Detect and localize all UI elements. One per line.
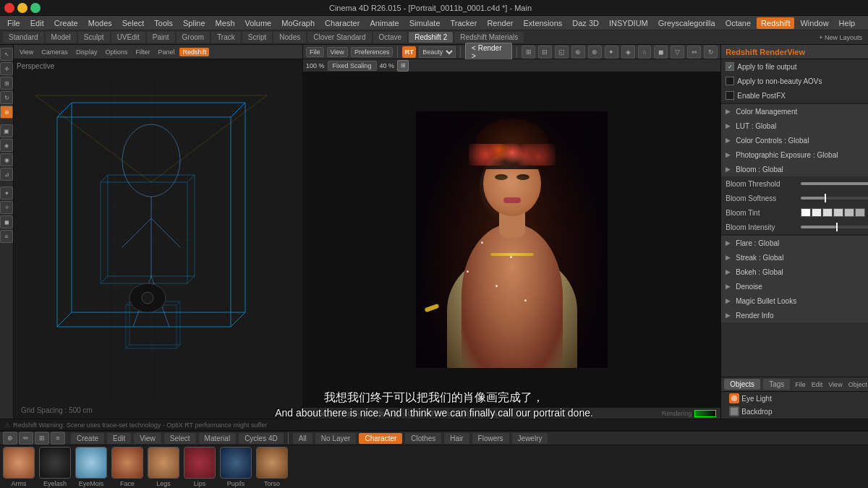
tool-6[interactable]: ⟡ bbox=[0, 201, 13, 214]
mat-pupils[interactable]: Pupils bbox=[220, 447, 252, 487]
vp-view-btn[interactable]: View bbox=[17, 48, 36, 56]
vp-filter-btn[interactable]: Filter bbox=[132, 48, 153, 56]
tab-clover-standard[interactable]: Clover Standard bbox=[307, 32, 371, 43]
render-icon-11[interactable]: ⇔ bbox=[687, 46, 701, 59]
maximize-button[interactable] bbox=[30, 3, 41, 13]
mat-filter-clothes[interactable]: Clothes bbox=[405, 433, 441, 444]
tab-redshift-materials[interactable]: Redshift Materials bbox=[454, 32, 524, 43]
menu-extensions[interactable]: Extensions bbox=[519, 17, 566, 29]
streak-expand[interactable]: ▶ bbox=[726, 254, 733, 261]
menu-edit[interactable]: Edit bbox=[26, 17, 48, 29]
menu-spline[interactable]: Spline bbox=[179, 17, 210, 29]
tool-8[interactable]: ≡ bbox=[0, 230, 13, 243]
render-icon-1[interactable]: ⊞ bbox=[522, 46, 535, 59]
obj-object-btn[interactable]: Object bbox=[846, 380, 868, 389]
tab-model[interactable]: Model bbox=[46, 32, 77, 43]
menu-tracker[interactable]: Tracker bbox=[446, 17, 482, 29]
menu-mesh[interactable]: Mesh bbox=[211, 17, 239, 29]
tint-swatch-4[interactable] bbox=[833, 208, 843, 217]
bokeh-expand[interactable]: ▶ bbox=[726, 268, 733, 275]
magic-bullet-expand[interactable]: ▶ bbox=[726, 297, 733, 304]
vp-redshift-btn[interactable]: Redshift bbox=[179, 48, 209, 56]
menu-character[interactable]: Character bbox=[320, 17, 364, 29]
color-management-row[interactable]: ▶ Color Management ✓ bbox=[721, 104, 868, 119]
tab-nodes[interactable]: Nodes bbox=[273, 32, 306, 43]
color-mgmt-expand[interactable]: ▶ bbox=[726, 108, 733, 115]
render-button[interactable]: < Render > bbox=[465, 43, 512, 61]
tool-5[interactable]: ✦ bbox=[0, 187, 13, 200]
menu-create[interactable]: Create bbox=[50, 17, 82, 29]
bloom-threshold-track[interactable] bbox=[801, 182, 868, 185]
mat-eyemois[interactable]: EyeMois bbox=[75, 447, 107, 487]
tab-script[interactable]: Script bbox=[242, 32, 273, 43]
mat-icon-4[interactable]: ≡ bbox=[51, 432, 65, 445]
menu-daz3d[interactable]: Daz 3D bbox=[568, 17, 603, 29]
menu-render[interactable]: Render bbox=[482, 17, 517, 29]
color-ctrl-expand[interactable]: ▶ bbox=[726, 137, 733, 144]
bokeh-row[interactable]: ▶ Bokeh : Global bbox=[721, 265, 868, 279]
menu-greyscalegorilla[interactable]: Greyscalegorilla bbox=[654, 17, 720, 29]
tab-octave[interactable]: Octave bbox=[373, 32, 408, 43]
render-icon-3[interactable]: ◱ bbox=[555, 46, 569, 59]
mat-icon-2[interactable]: ✏ bbox=[19, 432, 33, 445]
minimize-button[interactable] bbox=[17, 3, 27, 13]
lut-global-row[interactable]: ▶ LUT : Global bbox=[721, 119, 868, 133]
render-icon-10[interactable]: ▽ bbox=[671, 46, 684, 59]
flare-expand[interactable]: ▶ bbox=[726, 239, 733, 247]
mat-tab-view[interactable]: View bbox=[134, 433, 161, 444]
mat-eyelash[interactable]: Eyelash bbox=[39, 447, 71, 487]
bloom-intensity-track[interactable] bbox=[801, 226, 868, 228]
menu-select[interactable]: Select bbox=[118, 17, 149, 29]
mat-face[interactable]: Face bbox=[111, 447, 143, 487]
menu-simulate[interactable]: Simulate bbox=[405, 17, 445, 29]
menu-mograph[interactable]: MoGraph bbox=[277, 17, 319, 29]
mat-icon-1[interactable]: ⊕ bbox=[3, 432, 17, 445]
obj-eye-light[interactable]: Eye Light ● ◉ ✓ bbox=[721, 392, 868, 405]
magic-bullet-row[interactable]: ▶ Magic Bullet Looks bbox=[721, 294, 868, 308]
photo-exp-expand[interactable]: ▶ bbox=[726, 151, 733, 158]
denoise-expand[interactable]: ▶ bbox=[726, 283, 733, 290]
viewport[interactable]: Perspective bbox=[14, 59, 302, 419]
menu-tools[interactable]: Tools bbox=[150, 17, 177, 29]
rsv-content[interactable]: ✓ Apply to file output Apply to non-beau… bbox=[721, 59, 868, 377]
tool-4[interactable]: ⊿ bbox=[0, 168, 13, 181]
scaling-icon[interactable]: ⊞ bbox=[397, 60, 409, 72]
mat-torso[interactable]: Torso bbox=[256, 447, 288, 487]
menu-help[interactable]: Help bbox=[835, 17, 860, 29]
photo-exposure-row[interactable]: ▶ Photographic Exposure : Global ✓ bbox=[721, 147, 868, 162]
render-prefs-btn[interactable]: Preferences bbox=[351, 47, 393, 57]
render-icon-7[interactable]: ◈ bbox=[621, 46, 635, 59]
new-layouts-btn[interactable]: + New Layouts bbox=[816, 33, 865, 43]
mat-tab-cycles[interactable]: Cycles 4D bbox=[239, 433, 284, 444]
render-info-row[interactable]: ▶ Render Info bbox=[721, 308, 868, 322]
mat-filter-flowers[interactable]: Flowers bbox=[472, 433, 509, 444]
tool-rotate[interactable]: ↻ bbox=[0, 91, 13, 104]
menu-modes[interactable]: Modes bbox=[84, 17, 116, 29]
tab-groom[interactable]: Groom bbox=[176, 32, 210, 43]
menu-insydium[interactable]: INSYDIUM bbox=[605, 17, 652, 29]
tool-active[interactable]: ⊕ bbox=[0, 106, 13, 119]
menu-volume[interactable]: Volume bbox=[241, 17, 276, 29]
render-icon-6[interactable]: ✦ bbox=[605, 46, 618, 59]
bloom-expand[interactable]: ▶ bbox=[726, 166, 733, 173]
tab-objects[interactable]: Objects bbox=[724, 379, 760, 390]
render-icon-2[interactable]: ⊟ bbox=[538, 46, 552, 59]
mat-tab-select[interactable]: Select bbox=[164, 433, 196, 444]
flare-row[interactable]: ▶ Flare : Global bbox=[721, 236, 868, 250]
vp-cameras-btn[interactable]: Cameras bbox=[38, 48, 71, 56]
mat-lips[interactable]: Lips bbox=[184, 447, 216, 487]
mat-legs[interactable]: Legs bbox=[148, 447, 179, 487]
tint-swatch-6[interactable] bbox=[855, 208, 865, 217]
render-icon-4[interactable]: ⊕ bbox=[571, 46, 585, 59]
mat-filter-character[interactable]: Character bbox=[359, 433, 402, 444]
mat-arms[interactable]: Arms bbox=[3, 447, 35, 487]
render-icon-8[interactable]: ○ bbox=[638, 46, 652, 59]
color-controls-row[interactable]: ▶ Color Controls : Global ✓ bbox=[721, 133, 868, 147]
mat-tab-edit[interactable]: Edit bbox=[107, 433, 131, 444]
tool-2[interactable]: ◈ bbox=[0, 139, 13, 152]
mat-filter-hair[interactable]: Hair bbox=[444, 433, 469, 444]
obj-backdrop[interactable]: Backdrop ● ◉ ✓ bbox=[721, 405, 868, 418]
tint-swatch-2[interactable] bbox=[812, 208, 822, 217]
vp-display-btn[interactable]: Display bbox=[73, 48, 101, 56]
obj-view-btn[interactable]: View bbox=[826, 380, 844, 389]
